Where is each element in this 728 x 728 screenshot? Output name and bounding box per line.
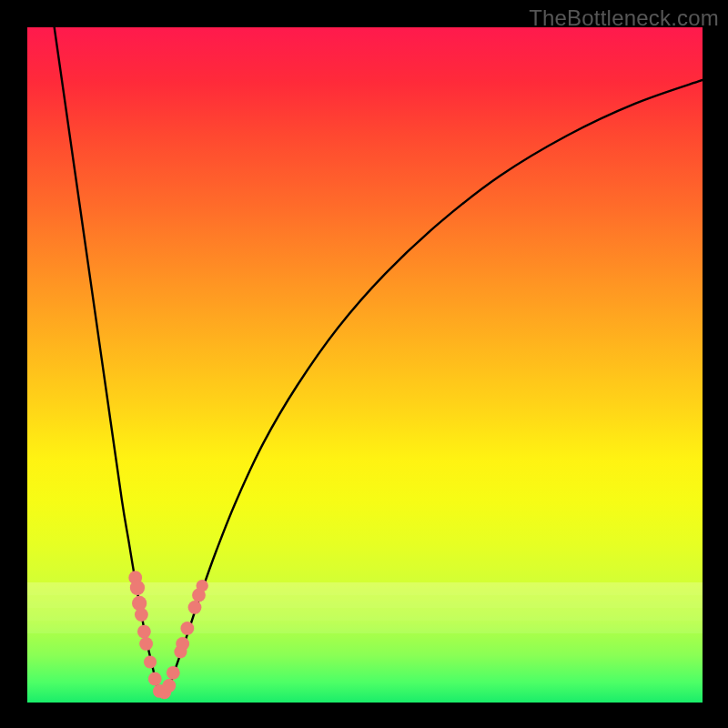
chart-svg (27, 27, 703, 703)
data-marker (137, 625, 151, 639)
data-marker (188, 601, 202, 614)
curve-right (164, 80, 703, 698)
data-marker (144, 655, 157, 668)
data-marker (197, 580, 208, 592)
data-marker (139, 637, 153, 651)
marker-group (128, 571, 208, 699)
data-marker (135, 608, 148, 622)
data-marker (162, 679, 176, 693)
plot-area (27, 27, 703, 703)
data-marker (176, 637, 189, 651)
data-marker (167, 666, 180, 680)
data-marker (180, 622, 194, 635)
data-marker (130, 581, 145, 595)
curve-left (55, 27, 164, 698)
chart-frame: TheBottleneck.com (0, 0, 728, 728)
data-marker (148, 672, 162, 686)
